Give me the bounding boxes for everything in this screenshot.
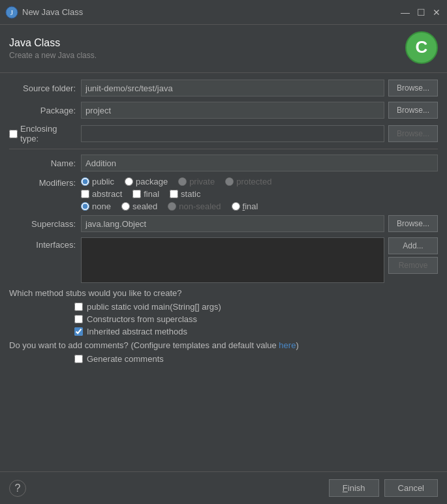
comment-generate-item: Generate comments [74, 354, 438, 364]
modifiers-row: Modifiers: public package private [9, 177, 438, 211]
package-browse[interactable]: Browse... [388, 102, 438, 119]
visibility-group: public package private protected [81, 177, 271, 186]
title-bar-text: New Java Class [22, 7, 400, 17]
finish-button[interactable]: Finish [329, 479, 379, 497]
mod-static-label[interactable]: static [181, 189, 200, 199]
mod-public-radio[interactable] [81, 177, 89, 186]
minimize-button[interactable]: — [400, 7, 410, 18]
dialog-title: Java Class [9, 37, 97, 49]
mod-non-sealed-label: non-sealed [179, 201, 221, 211]
mod-none-item: none [81, 201, 111, 211]
title-bar: J New Java Class — ☐ ✕ [0, 0, 447, 25]
mod-abstract-label[interactable]: abstract [92, 189, 122, 199]
name-input[interactable] [81, 155, 438, 171]
superclass-row: Superclass: Browse... [9, 215, 438, 232]
stub-main-item: public static void main(String[] args) [74, 302, 438, 312]
mod-final2-radio[interactable] [232, 202, 240, 211]
stub-inherited-label[interactable]: Inherited abstract methods [87, 327, 187, 336]
mod-package-label[interactable]: package [136, 177, 168, 186]
sealed-group: none sealed non-sealed final [81, 201, 271, 211]
dialog-footer: ? Finish Cancel [0, 471, 447, 504]
stub-inherited-item: Inherited abstract methods [74, 327, 438, 336]
mod-protected-label: protected [236, 177, 271, 186]
mod-sealed-label[interactable]: sealed [132, 201, 157, 211]
interfaces-buttons: Add... Remove [388, 237, 438, 274]
stub-main-label[interactable]: public static void main(String[] args) [87, 302, 221, 312]
source-folder-label: Source folder: [9, 83, 81, 93]
mod-public-label[interactable]: public [92, 177, 114, 186]
dialog-header: Java Class Create a new Java class. C [0, 25, 447, 73]
mod-final2-item: final [232, 201, 258, 211]
mod-private-label: private [189, 177, 215, 186]
source-folder-input[interactable] [81, 80, 384, 96]
stub-main-checkbox[interactable] [74, 303, 83, 311]
mod-none-label[interactable]: none [92, 201, 111, 211]
mod-package-item: package [125, 177, 168, 186]
interfaces-label: Interfaces: [9, 237, 81, 250]
mod-private-radio [178, 177, 187, 186]
mod-static-checkbox[interactable] [170, 190, 178, 198]
name-row: Name: [9, 155, 438, 171]
mod-sealed-radio[interactable] [121, 202, 130, 211]
interfaces-remove-button: Remove [388, 257, 438, 274]
mod-non-sealed-radio [168, 202, 176, 211]
package-row: Package: Browse... [9, 102, 438, 119]
mod-non-sealed-item: non-sealed [168, 201, 221, 211]
header-logo: C [405, 31, 438, 66]
enclosing-type-row: Enclosing type: Browse... [9, 124, 438, 143]
package-label: Package: [9, 106, 81, 115]
mod-sealed-item: sealed [121, 201, 157, 211]
footer-left: ? [9, 480, 26, 497]
type-group: abstract final static [81, 189, 271, 199]
superclass-browse[interactable]: Browse... [388, 215, 438, 232]
mod-none-radio[interactable] [81, 202, 89, 211]
enclosing-type-browse: Browse... [388, 125, 438, 142]
svg-text:J: J [10, 8, 14, 16]
form-content: Source folder: Browse... Package: Browse… [0, 73, 447, 370]
mod-protected-item: protected [225, 177, 271, 186]
stub-constructors-checkbox[interactable] [74, 315, 83, 323]
enclosing-type-input[interactable] [81, 125, 384, 142]
mod-final-label[interactable]: final [144, 189, 159, 199]
stub-constructors-item: Constructors from superclass [74, 314, 438, 324]
cancel-button[interactable]: Cancel [384, 479, 438, 497]
mod-final-checkbox[interactable] [132, 190, 141, 198]
superclass-input[interactable] [81, 215, 384, 232]
app-icon: J [5, 6, 18, 19]
modifiers-content: public package private protected [81, 177, 271, 211]
close-button[interactable]: ✕ [431, 7, 442, 18]
dialog-subtitle: Create a new Java class. [9, 51, 97, 60]
mod-package-radio[interactable] [125, 177, 133, 186]
maximize-button[interactable]: ☐ [416, 7, 426, 18]
comments-section: Do you want to add comments? (Configure … [9, 340, 438, 364]
stubs-question: Which method stubs would you like to cre… [9, 288, 438, 298]
comments-here-link[interactable]: here [279, 340, 296, 350]
mod-final2-label[interactable]: final [243, 201, 258, 211]
mod-abstract-checkbox[interactable] [81, 190, 89, 198]
source-folder-row: Source folder: Browse... [9, 80, 438, 96]
footer-right: Finish Cancel [329, 479, 438, 497]
interfaces-row: Interfaces: Add... Remove [9, 237, 438, 283]
package-input[interactable] [81, 102, 384, 119]
mod-protected-radio [225, 177, 234, 186]
superclass-label: Superclass: [9, 219, 81, 229]
method-stubs-section: Which method stubs would you like to cre… [9, 288, 438, 336]
comments-question: Do you want to add comments? (Configure … [9, 340, 438, 350]
interfaces-add-button[interactable]: Add... [388, 237, 438, 254]
modifiers-label: Modifiers: [9, 177, 81, 188]
comment-generate-label[interactable]: Generate comments [87, 354, 164, 364]
help-button[interactable]: ? [9, 480, 26, 497]
enclosing-type-label[interactable]: Enclosing type: [20, 124, 76, 143]
title-bar-controls: — ☐ ✕ [400, 7, 442, 18]
separator-1 [9, 149, 438, 149]
comment-generate-checkbox[interactable] [74, 355, 83, 363]
mod-private-item: private [178, 177, 215, 186]
mod-static-item: static [170, 189, 200, 199]
stub-inherited-checkbox[interactable] [74, 327, 83, 336]
stub-constructors-label[interactable]: Constructors from superclass [87, 314, 197, 324]
name-label: Name: [9, 158, 81, 168]
interfaces-box [81, 237, 384, 283]
enclosing-type-checkbox[interactable] [9, 130, 18, 138]
mod-final-item: final [132, 189, 159, 199]
source-folder-browse[interactable]: Browse... [388, 80, 438, 96]
